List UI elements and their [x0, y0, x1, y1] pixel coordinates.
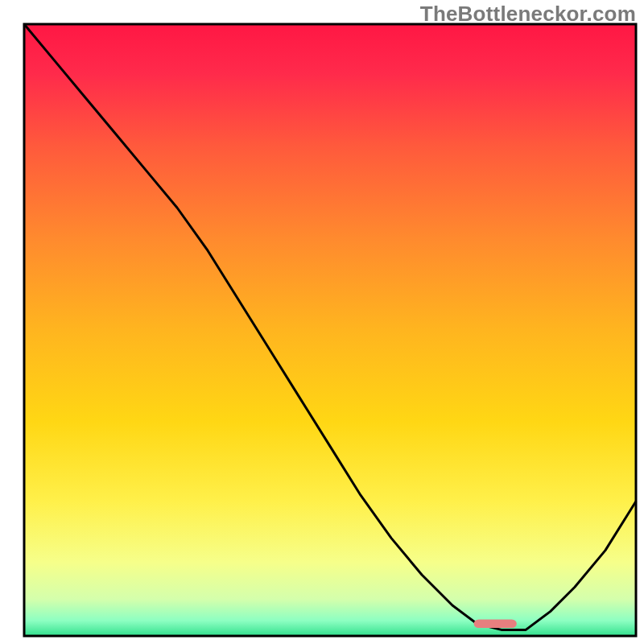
plot-background [24, 24, 636, 636]
chart-svg [0, 0, 644, 644]
optimum-marker [474, 619, 517, 628]
chart-frame: TheBottleneckor.com [0, 0, 644, 644]
